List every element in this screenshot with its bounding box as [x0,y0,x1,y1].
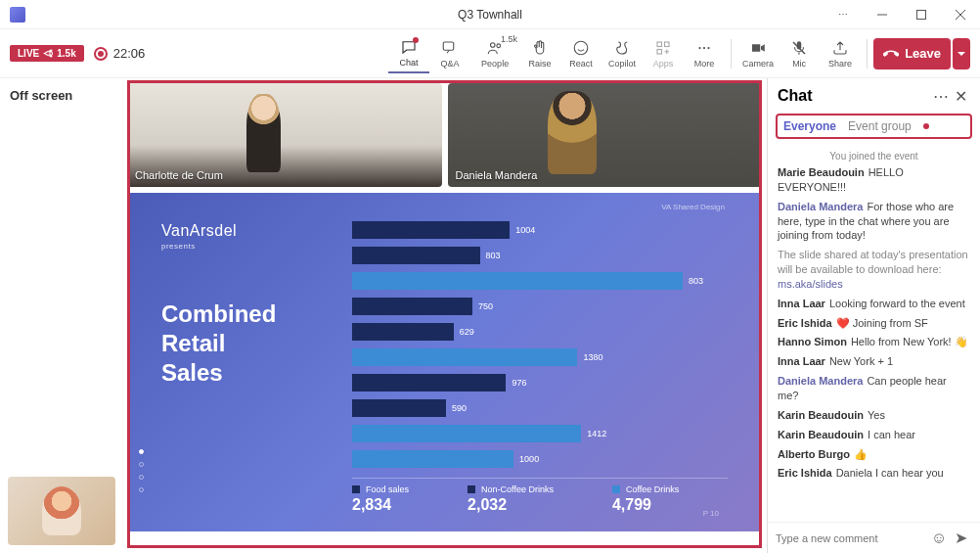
live-badge: LIVE ⏿ 1.5k [10,45,84,62]
meeting-toolbar: LIVE ⏿ 1.5k 22:06 Chat Q&A 1.5k People R… [0,29,980,78]
chat-close-icon[interactable]: ✕ [951,86,970,106]
leave-dropdown[interactable] [953,38,970,69]
people-button[interactable]: 1.5k People [470,34,519,73]
chat-panel: Chat ⋯ ✕ Everyone Event group You joined… [767,78,980,553]
speaker-name: Charlotte de Crum [135,169,223,181]
camera-button[interactable]: Camera [737,34,779,73]
emoji-icon[interactable]: ☺ [931,530,949,547]
chat-input[interactable] [776,532,925,544]
live-label: LIVE [18,48,39,59]
svg-rect-1 [443,42,454,50]
chat-button[interactable]: Chat [388,34,429,73]
share-button[interactable]: Share [820,34,861,73]
raise-hand-button[interactable]: Raise [519,34,560,73]
close-icon[interactable] [941,0,980,29]
chat-title: Chat [778,87,931,105]
more-window-icon[interactable]: ⋯ [824,0,863,29]
teams-logo [10,7,25,23]
record-icon [94,47,108,61]
tab-everyone[interactable]: Everyone [783,119,836,133]
svg-point-2 [491,42,496,47]
svg-rect-0 [917,10,926,19]
svg-rect-6 [665,42,670,47]
chat-message: Hanno SimonHello from New York! 👋 [778,335,970,349]
window-title: Q3 Townhall [458,8,522,22]
mic-button[interactable]: Mic [779,34,820,73]
tab-notif-dot [923,123,929,129]
offscreen-panel: Off screen [0,78,127,553]
send-icon[interactable]: ➤ [955,529,972,547]
speaker-video-1[interactable]: Charlotte de Crum [127,83,442,187]
svg-point-3 [497,43,501,47]
chat-message: Karin BeaudouinI can hear [778,428,970,442]
svg-point-8 [699,46,701,48]
window-titlebar: Q3 Townhall ⋯ [0,0,980,29]
apps-button[interactable]: Apps [643,34,684,73]
slide-footer: P 10 [703,509,719,518]
viewer-count: 1.5k [57,48,75,59]
chart-legend: Food sales2,834Non-Coffee Drinks2,032Cof… [352,478,728,514]
shared-slide: VA Shared Design VanArsdel presents Comb… [127,193,762,531]
chat-message: Daniela ManderaFor those who are here, t… [778,200,970,244]
chat-message: Inna LaarLooking forward to the event [778,297,970,311]
chat-more-icon[interactable]: ⋯ [931,86,951,106]
svg-point-9 [703,46,705,48]
slide-nav-dots [139,449,144,492]
chat-tabs-highlight: Everyone Event group [776,114,972,139]
chat-notif-dot [413,37,419,43]
offscreen-label: Off screen [10,88,117,103]
speaker-video-2[interactable]: Daniela Mandera [448,83,763,187]
chat-message: Inna LaarNew York + 1 [778,354,970,369]
copilot-button[interactable]: Copilot [601,34,643,73]
chat-messages[interactable]: You joined the eventMarie BeaudouinHELLO… [768,139,980,522]
chat-message: Eric Ishida❤️ Joining from SF [778,316,970,331]
chat-message: Daniela ManderaCan people hear me? [778,374,970,403]
slide-chart: 1004803803750629138097659014121000 [352,220,728,492]
leave-button[interactable]: Leave [873,38,951,69]
qa-button[interactable]: Q&A [429,34,470,73]
svg-rect-7 [657,49,662,54]
svg-point-4 [574,41,588,55]
svg-point-10 [708,46,710,48]
react-button[interactable]: React [560,34,601,73]
minimize-icon[interactable] [863,0,902,29]
chat-message: Marie BeaudouinHELLO EVERYONE!!! [778,165,970,195]
chat-input-row: ☺ ➤ [768,522,980,553]
speaker-name: Daniela Mandera [456,169,538,181]
maximize-icon[interactable] [902,0,941,29]
more-button[interactable]: More [684,34,725,73]
chat-message: Alberto Burgo👍 [778,447,970,462]
meeting-timer: 22:06 [113,46,146,61]
eye-icon: ⏿ [43,48,53,59]
svg-rect-5 [657,42,662,47]
chat-message: Eric IshidaDaniela I can hear you [778,466,970,481]
tab-event-group[interactable]: Event group [848,119,912,133]
slide-tag: VA Shared Design [661,203,725,211]
chat-message: Karin BeaudouinYes [778,408,970,423]
chat-message: The slide shared at today's presentation… [778,248,970,292]
meeting-stage: Charlotte de Crum Daniela Mandera VA Sha… [127,78,767,553]
self-video-thumbnail[interactable] [8,477,115,545]
